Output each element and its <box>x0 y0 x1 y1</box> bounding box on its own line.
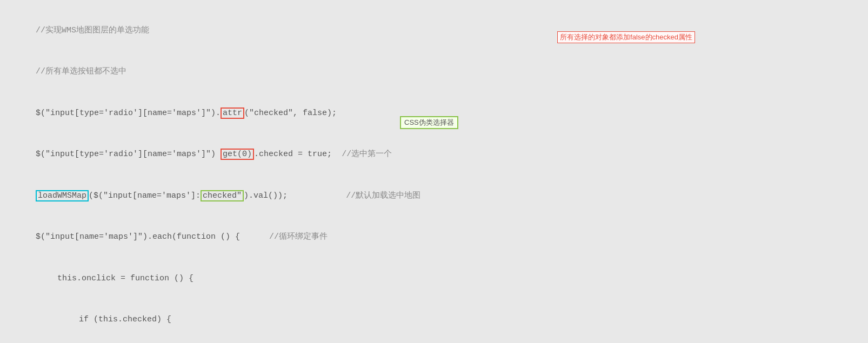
comment-line-2: //所有单选按钮都不选中 <box>16 51 852 93</box>
code-line1-post: ("checked", false); <box>244 109 337 118</box>
comment-line-1: //实现WMS地图图层的单选功能 <box>16 10 852 51</box>
checked-highlight-1: checked" <box>201 190 244 201</box>
attr-highlight: attr <box>221 107 244 119</box>
code-line4-pre: $("input[name='maps']").each(function ()… <box>36 232 269 241</box>
code-line-5: this.onclick = function () { <box>16 258 852 299</box>
code-line-3: loadWMSMap($("input[name='maps']:checked… <box>16 175 852 217</box>
code-line-1: $("input[type='radio'][name='maps']").at… <box>16 92 852 134</box>
code-line3-mid: ($("input[name='maps']: <box>89 191 201 200</box>
get0-highlight: get(0) <box>221 149 254 160</box>
code-line3-comment: //默认加载选中地图 <box>346 191 420 200</box>
loadwmsmap-highlight-1: loadWMSMap <box>36 190 89 201</box>
code-line2-post: .checked = true; <box>254 150 332 159</box>
code-line2-pre: $("input[type='radio'][name='maps']") <box>36 150 221 159</box>
code-line-2: $("input[type='radio'][name='maps']") ge… <box>16 134 852 176</box>
code-line1-pre: $("input[type='radio'][name='maps']"). <box>36 109 221 118</box>
code-line2-comment: //选中第一个 <box>332 150 392 159</box>
code-line-6: if (this.checked) { <box>16 299 852 341</box>
code-line3-post: ).val()); <box>244 191 346 200</box>
code-line4-comment: //循环绑定事件 <box>269 232 328 241</box>
code-line-7: var checkedVal = $("input[name='maps':ch… <box>16 340 852 343</box>
code-line-4: $("input[name='maps']").each(function ()… <box>16 217 852 258</box>
code-container: 所有选择的对象都添加false的checked属性 CSS伪类选择器 //实现W… <box>0 0 868 343</box>
